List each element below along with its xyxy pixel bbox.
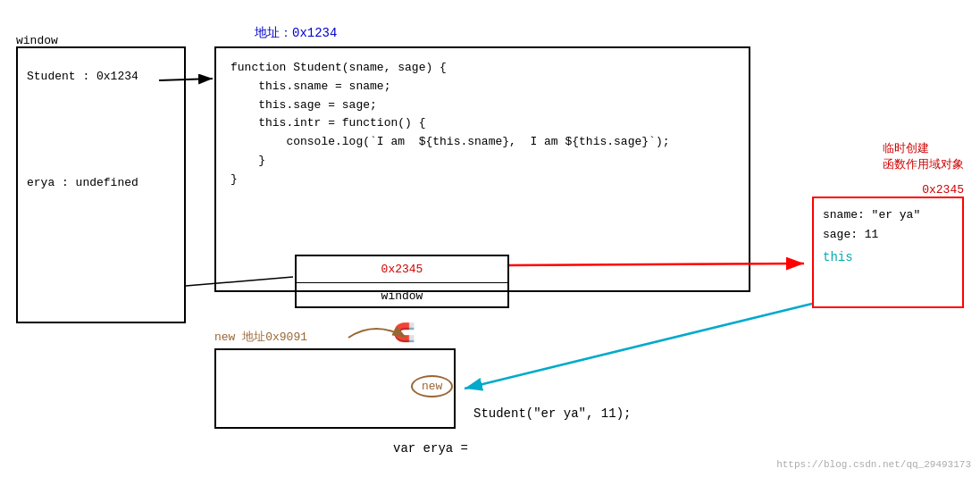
new-badge: new (411, 375, 453, 398)
stack-address: 0x2345 (297, 256, 507, 283)
student-entry: Student : 0x1234 (27, 66, 175, 87)
watermark: https://blog.csdn.net/qq_29493173 (776, 459, 971, 470)
erya-entry: erya : undefined (27, 176, 175, 189)
code-line-6: } (230, 152, 734, 171)
code-line-3: this.sage = sage; (230, 96, 734, 115)
exec-label: 临时创建函数作用域对象 (883, 141, 964, 173)
magnet-icon: 🧲 (393, 322, 415, 344)
exec-sage: sage: 11 (823, 225, 953, 245)
code-line-5: console.log(`I am ${this.sname}, I am ${… (230, 133, 734, 152)
stack-box: 0x2345 window (295, 255, 509, 308)
exec-this: this (823, 250, 953, 264)
code-line-1: function Student(sname, sage) { (230, 59, 734, 78)
code-line-7: } (230, 171, 734, 189)
svg-line-8 (465, 304, 812, 389)
window-label: window (16, 34, 58, 47)
exec-address-label: 0x2345 (922, 183, 964, 197)
code-line-2: this.sname = sname; (230, 78, 734, 96)
window-box: Student : 0x1234 erya : undefined (16, 46, 186, 323)
new-address-label: new 地址0x9091 (214, 329, 307, 345)
stack-window-label: window (297, 283, 507, 308)
exec-box: sname: "er ya" sage: 11 this (812, 197, 964, 308)
var-erya: var erya = (393, 441, 468, 456)
exec-sname: sname: "er ya" (823, 205, 953, 225)
code-address: 地址：0x1234 (255, 25, 337, 41)
code-line-4: this.intr = function() { (230, 114, 734, 133)
student-call: Student("er ya", 11); (473, 406, 631, 421)
